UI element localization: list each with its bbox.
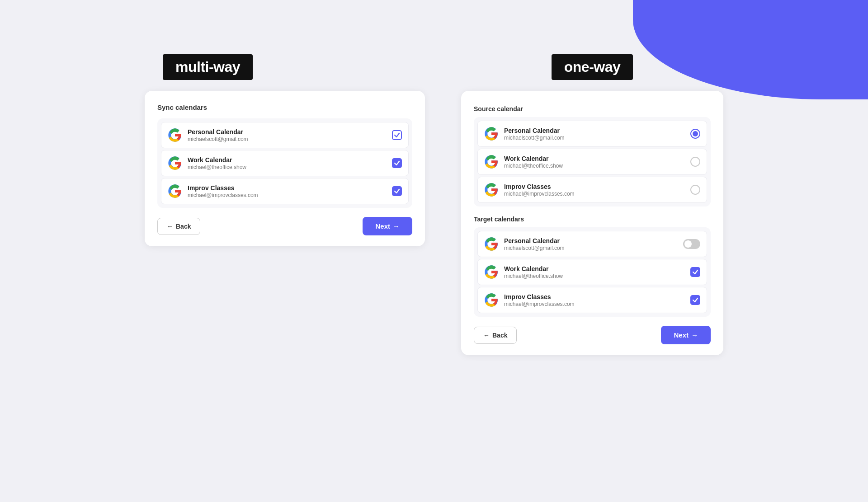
google-icon (484, 127, 499, 141)
google-icon (168, 128, 182, 142)
cal-info: Personal Calendar michaelscott@gmail.com (188, 128, 387, 142)
radio-button[interactable] (690, 129, 700, 139)
cal-email: michaelscott@gmail.com (188, 136, 387, 142)
target-calendar-list: Personal Calendar michaelscott@gmail.com (474, 227, 711, 317)
check-icon (394, 160, 400, 166)
back-arrow-icon: ← (167, 223, 173, 230)
oneway-card: Source calendar Personal Calendar michae… (461, 91, 723, 355)
cal-info: Work Calendar michael@theoffice.show (188, 156, 387, 170)
next-label: Next (375, 222, 390, 230)
checkbox[interactable] (690, 295, 700, 305)
check-icon (692, 269, 698, 275)
cal-email: michael@improvclasses.com (504, 191, 685, 197)
next-label: Next (674, 331, 689, 339)
multiway-calendar-list: Personal Calendar michaelscott@gmail.com (157, 118, 412, 208)
next-arrow-icon: → (393, 222, 400, 230)
cal-name: Improv Classes (504, 293, 685, 300)
cal-name: Improv Classes (504, 183, 685, 190)
list-item[interactable]: Work Calendar michael@theoffice.show (477, 149, 707, 175)
google-icon (168, 184, 182, 198)
page-content: multi-way Sync calendars Personal Calend… (0, 0, 868, 502)
list-item[interactable]: Personal Calendar michaelscott@gmail.com (477, 121, 707, 147)
cal-email: michael@theoffice.show (504, 273, 685, 279)
cal-info: Work Calendar michael@theoffice.show (504, 155, 685, 169)
next-button[interactable]: Next → (661, 326, 711, 344)
cal-name: Personal Calendar (504, 237, 678, 244)
radio-button[interactable] (690, 157, 700, 167)
google-icon (484, 265, 499, 279)
next-arrow-icon: → (691, 331, 698, 339)
cal-info: Improv Classes michael@improvclasses.com (188, 184, 387, 198)
back-label: Back (492, 332, 507, 339)
list-item[interactable]: Work Calendar michael@theoffice.show (477, 259, 707, 285)
cal-name: Work Calendar (504, 265, 685, 272)
card-footer: ← Back Next → (474, 326, 711, 344)
checkbox[interactable] (690, 267, 700, 277)
multiway-badge: multi-way (163, 54, 253, 80)
cal-info: Personal Calendar michaelscott@gmail.com (504, 127, 685, 141)
list-item[interactable]: Improv Classes michael@improvclasses.com (477, 287, 707, 313)
cal-info: Personal Calendar michaelscott@gmail.com (504, 237, 678, 251)
list-item[interactable]: Work Calendar michael@theoffice.show (161, 150, 409, 176)
check-icon (394, 188, 400, 194)
cal-name: Improv Classes (188, 184, 387, 192)
cal-email: michael@theoffice.show (504, 163, 685, 169)
cal-name: Personal Calendar (188, 128, 387, 136)
cal-info: Improv Classes michael@improvclasses.com (504, 183, 685, 197)
left-section: multi-way Sync calendars Personal Calend… (145, 54, 425, 246)
radio-button[interactable] (690, 185, 700, 195)
google-icon (484, 237, 499, 251)
cal-email: michael@improvclasses.com (504, 301, 685, 307)
list-item[interactable]: Improv Classes michael@improvclasses.com (161, 178, 409, 204)
source-calendar-list: Personal Calendar michaelscott@gmail.com (474, 117, 711, 206)
checkbox[interactable] (392, 186, 402, 196)
cal-email: michaelscott@gmail.com (504, 245, 678, 251)
cal-name: Work Calendar (188, 156, 387, 164)
multiway-card: Sync calendars Personal Calendar michael… (145, 91, 425, 246)
back-button[interactable]: ← Back (474, 327, 517, 344)
next-button[interactable]: Next → (363, 217, 412, 235)
google-icon (168, 156, 182, 170)
cal-email: michael@theoffice.show (188, 164, 387, 170)
checkbox[interactable] (392, 130, 402, 140)
back-button[interactable]: ← Back (157, 218, 200, 235)
oneway-badge: one-way (552, 54, 633, 80)
target-label: Target calendars (474, 216, 711, 223)
back-label: Back (176, 223, 191, 230)
cal-name: Personal Calendar (504, 127, 685, 134)
google-icon (484, 155, 499, 169)
multiway-card-title: Sync calendars (157, 103, 412, 111)
cal-email: michael@improvclasses.com (188, 192, 387, 198)
list-item[interactable]: Personal Calendar michaelscott@gmail.com (161, 122, 409, 148)
check-icon (692, 297, 698, 303)
card-footer: ← Back Next → (157, 217, 412, 235)
cal-name: Work Calendar (504, 155, 685, 162)
checkbox[interactable] (392, 158, 402, 168)
right-section: one-way Source calendar Personal Calenda… (461, 54, 723, 355)
google-icon (484, 183, 499, 197)
list-item[interactable]: Improv Classes michael@improvclasses.com (477, 177, 707, 203)
cal-info: Work Calendar michael@theoffice.show (504, 265, 685, 279)
back-arrow-icon: ← (483, 332, 490, 339)
cal-email: michaelscott@gmail.com (504, 135, 685, 141)
cal-info: Improv Classes michael@improvclasses.com (504, 293, 685, 307)
google-icon (484, 293, 499, 307)
source-label: Source calendar (474, 105, 711, 113)
list-item[interactable]: Personal Calendar michaelscott@gmail.com (477, 231, 707, 257)
toggle[interactable] (683, 239, 700, 249)
check-icon (394, 132, 400, 138)
